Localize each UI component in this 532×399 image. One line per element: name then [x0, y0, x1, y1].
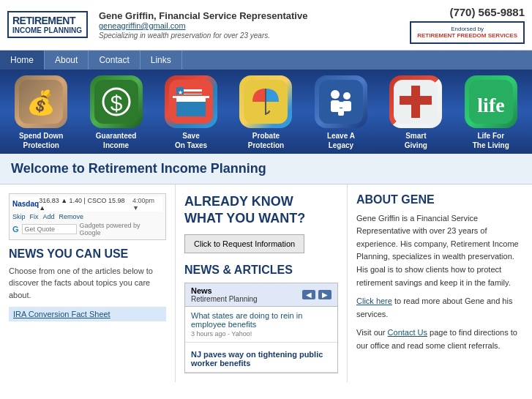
probate-icon: [239, 75, 292, 128]
guaranteed-icon: $: [90, 75, 143, 128]
news-sub-label: Retirement Planning: [191, 295, 258, 303]
news-nav: ◀ ▶: [302, 290, 331, 299]
nasdaq-ticker: 316.83 ▲ 1.40 | CSCO 15.98 ▲: [39, 197, 132, 212]
welcome-title: Welcome to Retirement Income Planning: [11, 161, 521, 176]
site-logo: RETIREMENT INCOME PLANNING: [7, 11, 88, 38]
gadgets-powered: Gadgets powered by Google: [80, 222, 162, 236]
nasdaq-add[interactable]: Add: [43, 213, 55, 220]
news-source-1: 3 hours ago - Yahoo!: [191, 330, 331, 338]
giving-label: SmartGiving: [405, 131, 427, 150]
left-column: Nasdaq 316.83 ▲ 1.40 | CSCO 15.98 ▲ 4:00…: [0, 184, 176, 383]
legacy-label: Leave ALegacy: [327, 131, 355, 150]
icon-probate[interactable]: ProbateProtection: [233, 75, 299, 150]
svg-rect-23: [338, 108, 344, 116]
giving-icon: [389, 75, 442, 128]
nav-contact[interactable]: Contact: [89, 51, 140, 70]
endorsed-badge: Endorsed by RETIREMENT FREEDOM SERVICES: [410, 21, 525, 44]
nasdaq-widget: Nasdaq 316.83 ▲ 1.40 | CSCO 15.98 ▲ 4:00…: [9, 193, 166, 240]
news-next[interactable]: ▶: [318, 290, 331, 299]
taxes-label: SaveOn Taxes: [175, 131, 207, 150]
logo-line2: INCOME PLANNING: [12, 26, 83, 34]
icon-legacy[interactable]: Leave ALegacy: [308, 75, 374, 150]
icon-bar: 💰 Spend DownProtection $ GuaranteedIncom…: [0, 70, 532, 154]
svg-text:💰: 💰: [26, 89, 56, 116]
svg-rect-26: [400, 96, 432, 105]
news-section-title: NEWS YOU CAN USE: [9, 247, 166, 261]
news-header-label: News: [191, 286, 258, 295]
news-item-2: NJ paves way on tightening public worker…: [185, 343, 337, 373]
welcome-bar: Welcome to Retirement Income Planning: [0, 154, 532, 184]
svg-rect-12: [176, 102, 206, 116]
news-section-desc: Choose from one of the articles below to…: [9, 265, 166, 302]
taxes-icon: ★: [165, 75, 217, 128]
nasdaq-skip[interactable]: Skip: [12, 213, 26, 220]
about-para-3: Visit our Contact Us page to find direct…: [356, 327, 523, 352]
news-item-1: What states are doing to rein in employe…: [185, 307, 337, 343]
svg-point-20: [343, 92, 351, 100]
probate-label: ProbateProtection: [248, 131, 284, 150]
icon-giving[interactable]: SmartGiving: [383, 75, 449, 150]
logo-line1: RETIREMENT: [12, 15, 83, 26]
already-title: ALREADY KNOWWHAT YOU WANT?: [184, 193, 338, 228]
agent-email[interactable]: geneagriffin@gmail.com: [99, 21, 410, 30]
middle-column: ALREADY KNOWWHAT YOU WANT? Click to Requ…: [176, 184, 348, 383]
contact-us-link[interactable]: Contact Us: [388, 328, 427, 337]
svg-point-22: [338, 102, 344, 108]
google-g-icon: G: [12, 225, 19, 234]
nasdaq-remove[interactable]: Remove: [59, 213, 84, 220]
icon-spenddown[interactable]: 💰 Spend DownProtection: [8, 75, 74, 150]
header-info: Gene Griffin, Financial Service Represen…: [99, 10, 410, 40]
about-para-1: Gene Griffin is a Financial Service Repr…: [356, 212, 523, 290]
main-content: Nasdaq 316.83 ▲ 1.40 | CSCO 15.98 ▲ 4:00…: [0, 184, 532, 383]
svg-text:life: life: [477, 94, 504, 116]
header: RETIREMENT INCOME PLANNING Gene Griffin,…: [0, 0, 532, 51]
icon-taxes[interactable]: ★ SaveOn Taxes: [158, 75, 224, 150]
phone-number: (770) 565-9881: [410, 6, 525, 18]
nasdaq-search-input[interactable]: [22, 224, 77, 234]
news-headline-2: NJ paves way on tightening public worker…: [191, 350, 331, 368]
click-here-link[interactable]: Click here: [356, 297, 392, 305]
agent-name: Gene Griffin, Financial Service Represen…: [99, 10, 410, 21]
legacy-icon: [315, 75, 367, 128]
request-info-button[interactable]: Click to Request Information: [184, 234, 304, 253]
svg-point-18: [331, 90, 340, 99]
nasdaq-time: 4:00pm ▼: [132, 197, 162, 212]
ira-conversion-link[interactable]: IRA Conversion Fact Sheet: [9, 307, 166, 321]
svg-text:$: $: [110, 91, 122, 115]
header-right: (770) 565-9881 Endorsed by RETIREMENT FR…: [410, 6, 525, 44]
icon-guaranteed[interactable]: $ GuaranteedIncome: [83, 75, 149, 150]
right-column: ABOUT GENE Gene Griffin is a Financial S…: [348, 184, 532, 383]
svg-rect-14: [173, 94, 209, 96]
news-box: News Retirement Planning ◀ ▶ What states…: [184, 283, 338, 373]
nav-links[interactable]: Links: [141, 51, 182, 70]
endorsed-line: Endorsed by: [417, 26, 517, 32]
life-label: Life ForThe Living: [473, 131, 509, 150]
guaranteed-label: GuaranteedIncome: [96, 131, 137, 150]
nav-bar: Home About Contact Links: [0, 51, 532, 70]
endorsed-brand: RETIREMENT FREEDOM SERVICES: [417, 32, 517, 40]
news-box-header: News Retirement Planning ◀ ▶: [185, 283, 337, 307]
life-icon: life: [465, 75, 517, 128]
news-articles-title: NEWS & ARTICLES: [184, 264, 338, 277]
about-para-2: Click here to read more about Gene and h…: [356, 295, 523, 321]
nav-about[interactable]: About: [45, 51, 89, 70]
about-title: ABOUT GENE: [356, 193, 523, 206]
news-prev[interactable]: ◀: [302, 290, 315, 299]
news-link-1[interactable]: What states are doing to rein in employe…: [191, 311, 302, 329]
nasdaq-fix[interactable]: Fix: [30, 213, 39, 220]
icon-life[interactable]: life Life ForThe Living: [458, 75, 524, 150]
spenddown-icon: 💰: [15, 75, 67, 128]
nasdaq-label: Nasdaq: [12, 200, 39, 208]
spenddown-label: Spend DownProtection: [19, 131, 64, 150]
nav-home[interactable]: Home: [0, 51, 45, 70]
tagline: Specializing in wealth preservation for …: [99, 31, 410, 40]
